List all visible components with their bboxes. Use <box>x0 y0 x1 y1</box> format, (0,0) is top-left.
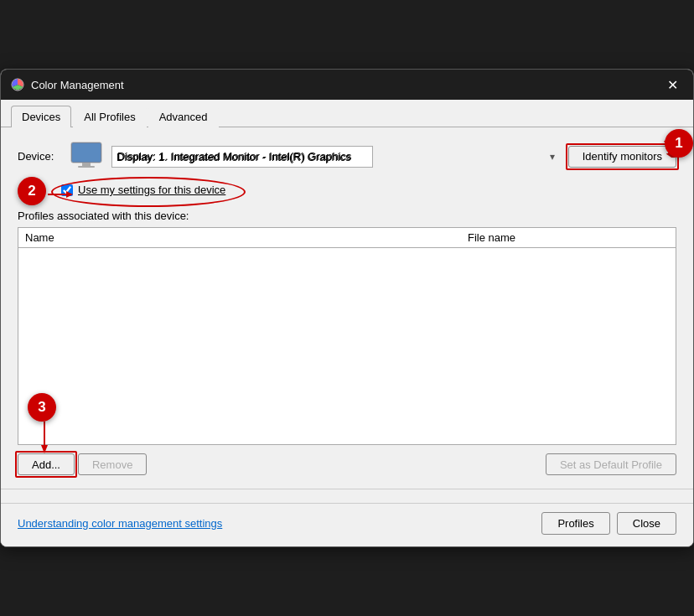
svg-rect-2 <box>72 143 101 162</box>
top-section: Device: Display: 1. Integrated M <box>18 141 676 196</box>
checkbox-row: 2 Use my settings for this device <box>61 184 676 196</box>
device-row: Device: Display: 1. Integrated M <box>18 141 676 172</box>
device-label: Device: <box>18 150 61 163</box>
understanding-link[interactable]: Understanding color management settings <box>18 517 222 530</box>
add-button[interactable]: Add... <box>18 453 75 475</box>
profiles-associated-label: Profiles associated with this device: <box>18 210 676 222</box>
svg-marker-9 <box>41 445 48 453</box>
add-button-wrap: Add... <box>18 453 75 475</box>
use-my-settings-checkbox[interactable] <box>61 184 73 196</box>
tab-advanced[interactable]: Advanced <box>148 106 219 127</box>
use-my-settings-label[interactable]: Use my settings for this device <box>78 184 225 196</box>
bottom-buttons: 3 Add... Remove Set as Default Profile <box>18 452 676 475</box>
tab-all-profiles[interactable]: All Profiles <box>73 106 146 127</box>
window-icon <box>11 78 24 91</box>
badge-2: 2 <box>18 177 46 205</box>
close-window-button[interactable]: ✕ <box>662 75 683 95</box>
device-dropdown-wrap: Display: 1. Integrated Monitor - Intel(R… <box>111 146 560 168</box>
content: Devices All Profiles Advanced Device: <box>1 100 693 546</box>
close-button[interactable]: Close <box>617 512 676 535</box>
window-title: Color Management <box>31 79 124 91</box>
title-bar: Color Management ✕ <box>1 70 693 100</box>
col-name-header: Name <box>25 231 468 244</box>
svg-rect-3 <box>82 163 91 166</box>
title-bar-left: Color Management <box>11 78 124 91</box>
device-dropdown[interactable]: Display: 1. Integrated Monitor - Intel(R… <box>111 146 373 168</box>
remove-button[interactable]: Remove <box>78 453 147 475</box>
tab-devices[interactable]: Devices <box>11 106 71 127</box>
separator <box>1 489 693 489</box>
color-management-window: Color Management ✕ Devices All Profiles … <box>0 69 694 547</box>
footer-buttons: Profiles Close <box>541 512 676 535</box>
table-body <box>18 248 676 441</box>
set-default-button[interactable]: Set as Default Profile <box>546 453 676 475</box>
table-header: Name File name <box>18 228 676 248</box>
tabs-bar: Devices All Profiles Advanced <box>1 100 693 127</box>
profiles-table: Name File name <box>18 227 676 445</box>
identify-monitors-button[interactable]: Identify monitors <box>568 146 676 168</box>
main-content: Device: Display: 1. Integrated M <box>1 127 693 503</box>
svg-rect-4 <box>78 166 95 168</box>
footer: Understanding color management settings … <box>1 503 693 546</box>
profiles-section: Profiles associated with this device: Na… <box>18 210 676 475</box>
profiles-button[interactable]: Profiles <box>541 512 609 535</box>
col-filename-header: File name <box>468 231 669 244</box>
monitor-icon <box>70 141 103 169</box>
monitor-icon-wrap <box>70 141 103 172</box>
identify-button-wrap: Identify monitors 1 <box>568 146 676 168</box>
